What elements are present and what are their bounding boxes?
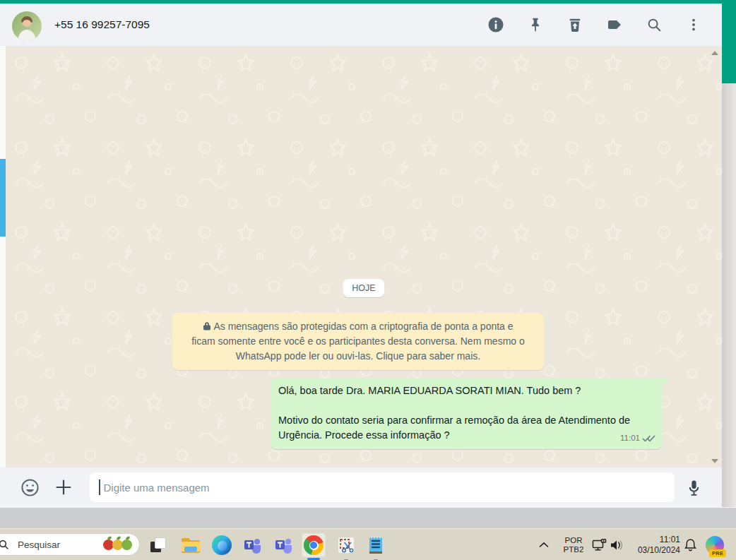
chrome-icon[interactable] bbox=[302, 533, 326, 557]
background-left-strip bbox=[0, 46, 6, 507]
chat-header: +55 16 99257-7095 bbox=[0, 4, 722, 46]
network-display-icon[interactable] bbox=[590, 529, 607, 560]
window-bottom-strip bbox=[0, 507, 736, 528]
message-text-line1: Olá, boa tarde Dra. MARIA EDUARDA SORATI… bbox=[278, 383, 654, 398]
file-explorer-icon[interactable] bbox=[179, 533, 203, 557]
background-right-strip bbox=[722, 83, 736, 507]
pin-icon[interactable] bbox=[526, 16, 545, 34]
teams-classic-icon[interactable] bbox=[272, 533, 296, 557]
notification-bell-icon[interactable] bbox=[682, 529, 699, 560]
message-meta: 11:01 bbox=[620, 431, 655, 446]
task-view-icon[interactable] bbox=[146, 533, 170, 557]
message-text-line2: Motivo do contato seria para confirmar a… bbox=[278, 413, 654, 443]
screen: +55 16 99257-7095 bbox=[0, 0, 736, 560]
header-actions bbox=[487, 4, 703, 46]
clock[interactable]: 11:01 03/10/2024 bbox=[631, 529, 680, 560]
info-icon[interactable] bbox=[487, 16, 505, 34]
label-icon[interactable] bbox=[605, 16, 624, 34]
notepad-icon[interactable] bbox=[364, 533, 388, 557]
tray-language-indicator[interactable]: POR PTB2 bbox=[560, 529, 587, 560]
archive-trash-icon[interactable] bbox=[566, 16, 584, 34]
left-strip-blue-segment bbox=[0, 159, 6, 237]
snipping-tool-icon[interactable] bbox=[334, 533, 358, 557]
emoji-icon[interactable] bbox=[20, 467, 40, 507]
teams-work-icon[interactable] bbox=[241, 533, 265, 557]
tray-time: 11:01 bbox=[638, 535, 680, 545]
language-code: POR bbox=[564, 536, 584, 545]
kebab-menu-icon[interactable] bbox=[684, 16, 703, 34]
search-highlight-apples-icon bbox=[105, 540, 132, 550]
lock-icon bbox=[203, 321, 211, 330]
message-input[interactable] bbox=[102, 481, 675, 494]
copilot-preview-badge: PRE bbox=[709, 549, 726, 557]
outgoing-message-bubble: Olá, boa tarde Dra. MARIA EDUARDA SORATI… bbox=[271, 379, 662, 449]
bubble-tail bbox=[661, 379, 670, 386]
taskbar-search-label: Pesquisar bbox=[18, 540, 105, 550]
contact-name[interactable]: +55 16 99257-7095 bbox=[54, 4, 150, 46]
message-time: 11:01 bbox=[620, 431, 640, 446]
scroll-down-arrow[interactable] bbox=[711, 459, 718, 463]
message-input-pill bbox=[90, 472, 675, 502]
scroll-up-arrow[interactable] bbox=[711, 51, 718, 55]
encryption-notice[interactable]: As mensagens são protegidas com a cripto… bbox=[172, 313, 544, 370]
taskbar-search-icon bbox=[0, 539, 9, 550]
taskbar: Pesquisar bbox=[0, 528, 736, 560]
tray-chevron-icon[interactable] bbox=[537, 529, 551, 560]
background-window-right-edge bbox=[722, 0, 736, 83]
edge-browser-icon[interactable] bbox=[210, 533, 234, 557]
text-caret bbox=[99, 479, 100, 495]
tray-date: 03/10/2024 bbox=[638, 545, 680, 556]
chat-scroll-area: HOJE As mensagens são protegidas com a c… bbox=[6, 46, 722, 467]
attach-plus-icon[interactable] bbox=[54, 467, 73, 507]
keyboard-layout: PTB2 bbox=[564, 545, 584, 554]
contact-avatar[interactable] bbox=[12, 11, 42, 41]
microphone-icon[interactable] bbox=[682, 467, 705, 507]
encryption-notice-text: As mensagens são protegidas com a cripto… bbox=[191, 321, 525, 362]
composer-bar bbox=[0, 467, 722, 507]
volume-icon[interactable] bbox=[607, 529, 626, 560]
date-badge: HOJE bbox=[343, 279, 384, 297]
double-check-icon bbox=[642, 434, 655, 443]
taskbar-search[interactable]: Pesquisar bbox=[0, 533, 140, 556]
search-icon[interactable] bbox=[645, 16, 663, 34]
